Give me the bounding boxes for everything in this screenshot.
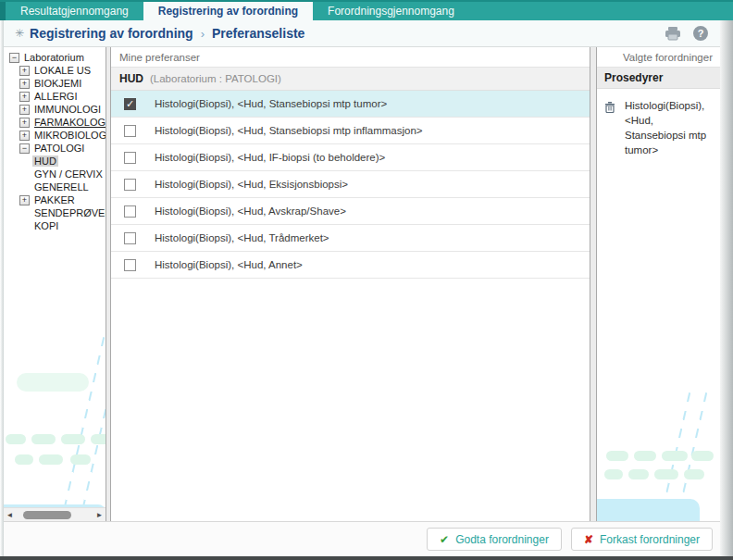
tree-expand-icon[interactable]: + [19, 79, 30, 89]
group-title: HUD [119, 72, 143, 85]
app-surface: ✳ Registrering av forordning › Preferans… [4, 20, 720, 556]
tree-item-label: HUD [32, 156, 58, 167]
tree-expand-icon[interactable]: + [19, 195, 30, 205]
preference-list-panel: Mine preferanser HUD (Laboratorium : PAT… [111, 47, 590, 521]
tree-item[interactable]: HUD [4, 155, 106, 168]
preference-row[interactable]: Histologi(Biopsi), <Hud, Trådmerket> [111, 225, 590, 252]
accept-orders-label: Godta forordninger [455, 533, 549, 546]
tree-horizontal-scrollbar[interactable]: ◄ ► [4, 507, 106, 521]
tree-item[interactable]: GENERELL [4, 180, 106, 193]
tree-item-label: FARMAKOLOGI [32, 117, 106, 128]
preference-row[interactable]: Histologi(Biopsi), <Hud, IF-biopsi (to b… [111, 144, 590, 171]
scrollbar-track[interactable] [16, 508, 93, 521]
main-right-splitter[interactable] [590, 47, 597, 521]
tab-label: Resultatgjennomgang [20, 5, 129, 18]
app-window: Resultatgjennomgang Registrering av foro… [0, 0, 733, 560]
tab[interactable]: Resultatgjennomgang [6, 2, 143, 20]
tree-expand-icon[interactable]: + [19, 131, 30, 141]
preference-row[interactable]: Histologi(Biopsi), <Hud, Avskrap/Shave> [111, 198, 590, 225]
checkbox[interactable] [124, 205, 136, 218]
tree-expand-icon[interactable]: + [19, 66, 30, 76]
tree-expand-icon[interactable]: − [9, 53, 19, 63]
checkbox[interactable] [124, 152, 136, 164]
scroll-left-icon[interactable]: ◄ [4, 511, 16, 519]
tree-item[interactable]: GYN / CERVIX [4, 168, 106, 180]
discard-orders-label: Forkast forordninger [600, 533, 700, 546]
tree-item-label: Laboratorium [22, 52, 86, 63]
printer-icon [665, 26, 681, 41]
laboratory-tree-panel: − Laboratorium + LOKALE US + BIOKJEMI + … [4, 47, 106, 521]
tree-item[interactable]: + IMMUNOLOGI [4, 103, 106, 116]
preference-label: Histologi(Biopsi), <Hud, Annet> [155, 259, 303, 270]
checkbox[interactable] [124, 259, 136, 271]
breadcrumb: ✳ Registrering av forordning › Preferans… [4, 20, 720, 46]
check-icon: ✔ [440, 533, 449, 546]
selected-orders-panel: Valgte forordninger Prosedyrer [597, 47, 720, 521]
tree-item[interactable]: + FARMAKOLOGI [4, 116, 106, 129]
tree-expand-icon[interactable]: + [19, 105, 30, 115]
tab[interactable]: Registrering av forordning [143, 2, 313, 20]
tree-item[interactable]: + PAKKER [4, 193, 106, 206]
tree-item-label: SENDEPRØVER UT A [32, 207, 106, 218]
tree-item-label: PAKKER [32, 194, 77, 205]
tree-item[interactable]: KOPI [4, 219, 106, 232]
preference-row[interactable]: Histologi(Biopsi), <Hud, Stansebiopsi mt… [111, 118, 590, 144]
tree-item-label: IMMUNOLOGI [32, 104, 103, 115]
window-edge-right [720, 20, 733, 556]
registration-icon: ✳ [15, 27, 24, 40]
preference-row[interactable]: Histologi(Biopsi), <Hud, Annet> [111, 252, 590, 279]
tree-item-label: BIOKJEMI [32, 78, 83, 89]
tree-item-label: GENERELL [32, 181, 91, 193]
selected-orders-header: Valgte forordninger [597, 47, 720, 68]
scrollbar-thumb[interactable] [23, 511, 71, 519]
preference-row[interactable]: Histologi(Biopsi), <Hud, Stansebiopsi mt… [111, 91, 590, 118]
trash-icon [604, 101, 615, 113]
discard-orders-button[interactable]: ✘ Forkast forordninger [571, 528, 713, 551]
tree-expand-icon[interactable]: + [19, 92, 30, 102]
print-button[interactable] [663, 24, 683, 43]
tab[interactable]: Forordningsgjennomgang [313, 2, 469, 20]
delete-order-button[interactable] [604, 100, 617, 157]
preference-label: Histologi(Biopsi), <Hud, Eksisjonsbiopsi… [155, 179, 348, 190]
preference-label: Histologi(Biopsi), <Hud, Stansebiopsi mt… [155, 125, 423, 136]
tree-item[interactable]: − PATOLOGI [4, 142, 106, 155]
preference-list-header: Mine preferanser [111, 47, 590, 68]
tree-item[interactable]: − Laboratorium [4, 51, 106, 64]
procedures-section-header: Prosedyrer [597, 68, 720, 89]
tree-item[interactable]: + BIOKJEMI [4, 77, 106, 90]
tree-item-label: MIKROBIOLOGI [32, 130, 106, 141]
tree-item[interactable]: + ALLERGI [4, 90, 106, 103]
preference-row[interactable]: Histologi(Biopsi), <Hud, Eksisjonsbiopsi… [111, 171, 590, 198]
tree-item[interactable]: + MIKROBIOLOGI [4, 129, 106, 142]
selected-order-item: Histologi(Biopsi), <Hud, Stansebiopsi mt… [597, 89, 720, 157]
checkbox[interactable] [124, 232, 136, 244]
help-button[interactable]: ? [690, 24, 711, 43]
help-icon: ? [693, 26, 708, 41]
action-bar: ✔ Godta forordninger ✘ Forkast forordnin… [4, 521, 720, 556]
tree-item-label: ALLERGI [32, 91, 79, 102]
tree-item[interactable]: + LOKALE US [4, 64, 106, 77]
tree-expand-icon[interactable]: + [19, 118, 30, 128]
breadcrumb-item-registrering[interactable]: Registrering av forordning [30, 26, 193, 41]
checkbox[interactable] [124, 125, 136, 137]
tree-item-label: LOKALE US [32, 65, 93, 76]
preference-label: Histologi(Biopsi), <Hud, Stansebiopsi mt… [155, 98, 387, 109]
tree-item-label: GYN / CERVIX [32, 168, 105, 180]
preference-label: Histologi(Biopsi), <Hud, Trådmerket> [155, 232, 329, 243]
accept-orders-button[interactable]: ✔ Godta forordninger [427, 528, 562, 551]
checkbox[interactable] [124, 98, 136, 110]
checkbox[interactable] [124, 179, 136, 191]
x-icon: ✘ [584, 533, 593, 546]
scroll-right-icon[interactable]: ► [93, 511, 106, 519]
tab-label: Registrering av forordning [158, 5, 298, 18]
tree-expand-icon[interactable]: − [19, 143, 30, 154]
tree-item-label: PATOLOGI [32, 143, 86, 154]
preference-label: Histologi(Biopsi), <Hud, Avskrap/Shave> [155, 205, 346, 217]
tab-label: Forordningsgjennomgang [328, 5, 454, 18]
tab-bar: Resultatgjennomgang Registrering av foro… [0, 0, 733, 20]
tree-item[interactable]: SENDEPRØVER UT A [4, 206, 106, 219]
group-subtitle: (Laboratorium : PATOLOGI) [150, 73, 281, 84]
window-edge-bottom [0, 556, 733, 560]
tree-scroll-area: − Laboratorium + LOKALE US + BIOKJEMI + … [4, 47, 106, 507]
content-area: − Laboratorium + LOKALE US + BIOKJEMI + … [4, 46, 720, 521]
